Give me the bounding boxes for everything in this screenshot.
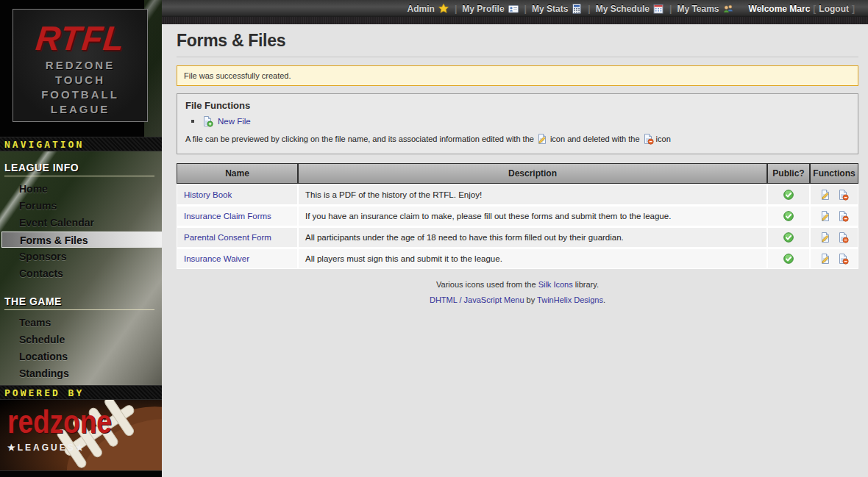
column-header-public: Public? [767,163,810,184]
section-title-the-game: THE GAME [4,295,154,310]
public-check-icon [783,210,794,222]
sidebar-item-contacts[interactable]: Contacts [0,265,162,281]
delete-file-icon[interactable] [837,189,849,201]
file-functions-title: File Functions [185,100,850,111]
menu-my-stats[interactable]: My Stats [532,3,583,15]
menu-separator: | [524,4,527,14]
vcard-icon [508,3,519,15]
navigation-banner: NAVIGATION [0,137,162,151]
column-header-description: Description [298,163,767,184]
menu-my-schedule[interactable]: My Schedule [596,3,664,15]
delete-file-icon[interactable] [837,210,849,222]
redzone-wordmark: redzone [7,406,112,439]
sidebar-bottom-strip [0,470,162,477]
files-table: Name Description Public? Functions Histo… [177,163,858,269]
page-edit-icon [536,133,548,145]
powered-by-area: POWERED BY redzone ★LEAGUES★ [0,385,162,477]
table-row: Insurance Waiver All players must sign t… [177,248,858,269]
icons-credit-line: Various icons used from the Silk Icons l… [177,280,858,289]
main-area: Admin | My Profile | My Stats | My Sched… [162,0,868,477]
menu-credit-line: DHTML / JavaScript Menu by TwinHelix Des… [177,295,858,304]
table-row: Insurance Claim Forms If you have an ins… [177,205,858,226]
menu-admin[interactable]: Admin [408,3,449,15]
new-file-link[interactable]: New File [218,117,251,126]
file-description: If you have an insurance claim to make, … [298,205,767,226]
league-logo-area: RTFL REDZONE TOUCH FOOTBALL LEAGUE [0,0,162,137]
public-check-icon [783,232,794,243]
menu-separator: | [588,4,590,14]
welcome-text: Welcome Marc [749,4,811,14]
file-functions-help: A file can be previewed by clicking on t… [185,133,850,145]
sidebar-item-teams[interactable]: Teams [0,315,162,331]
file-functions-box: File Functions New File A file can be pr… [177,93,858,154]
silk-icons-link[interactable]: Silk Icons [538,280,573,289]
redzone-leagues-logo: redzone ★LEAGUES★ [0,400,162,470]
sidebar-item-event-calendar[interactable]: Event Calendar [0,215,162,231]
column-header-name: Name [177,163,298,184]
file-description: All participants under the age of 18 nee… [298,226,767,248]
edit-file-icon[interactable] [819,232,831,243]
leagues-wordmark: ★LEAGUES★ [7,442,112,453]
edit-file-icon[interactable] [819,189,831,201]
sidebar-item-forms-files[interactable]: Forms & Files [1,232,162,248]
dhtml-menu-link[interactable]: DHTML / JavaScript Menu [430,295,524,304]
edit-file-icon[interactable] [819,253,831,265]
sidebar: RTFL REDZONE TOUCH FOOTBALL LEAGUE NAVIG… [0,0,162,477]
edit-file-icon[interactable] [819,210,831,222]
menu-separator: | [455,4,457,14]
menu-separator: | [669,4,672,14]
sidebar-item-home[interactable]: Home [0,181,162,197]
sidebar-item-locations[interactable]: Locations [0,348,162,365]
section-title-league-info: LEAGUE INFO [4,162,154,176]
delete-file-icon[interactable] [837,232,849,243]
sidebar-item-forums[interactable]: Forums [0,198,162,214]
file-name-link[interactable]: Insurance Claim Forms [184,212,271,220]
title-divider [177,57,858,57]
group-icon [722,3,734,15]
public-check-icon [783,189,794,201]
calculator-icon [571,3,583,15]
sidebar-item-schedule[interactable]: Schedule [0,331,162,348]
page-delete-icon [642,133,654,145]
menu-my-profile[interactable]: My Profile [462,3,519,15]
column-header-functions: Functions [810,163,858,184]
public-check-icon [783,253,794,265]
table-row: History Book This is a PDF of the histor… [177,184,858,205]
sidebar-nav: LEAGUE INFO Home Forums Event Calendar F… [0,151,162,398]
file-description: All players must sign this and submit it… [298,248,767,269]
bullet-square [191,120,194,123]
page-title: Forms & Files [177,31,858,51]
delete-file-icon[interactable] [837,253,849,265]
calendar-icon [652,3,664,15]
sidebar-item-standings[interactable]: Standings [0,365,162,381]
table-row: Parental Consent Form All participants u… [177,226,858,248]
file-name-link[interactable]: Parental Consent Form [184,233,271,242]
league-logo-acronym: RTFL [11,18,149,58]
footer-credits: Various icons used from the Silk Icons l… [177,280,858,304]
file-description: This is a PDF of the history of the RTFL… [298,184,767,205]
sidebar-item-sponsors[interactable]: Sponsors [0,248,162,265]
table-header-row: Name Description Public? Functions [177,163,858,184]
top-menu-bar: Admin | My Profile | My Stats | My Sched… [162,0,868,24]
logout-link[interactable]: Logout [819,4,849,14]
page-content: Forms & Files File was successfully crea… [162,24,868,477]
file-name-link[interactable]: History Book [184,190,232,199]
league-logo: RTFL REDZONE TOUCH FOOTBALL LEAGUE [13,9,148,122]
file-name-link[interactable]: Insurance Waiver [184,254,249,263]
powered-by-banner: POWERED BY [0,385,162,400]
flash-message: File was successfully created. [177,65,858,86]
twinhelix-link[interactable]: TwinHelix Designs [537,295,603,304]
star-icon [438,3,449,15]
menu-my-teams[interactable]: My Teams [677,3,733,15]
page-add-icon[interactable] [202,115,213,127]
